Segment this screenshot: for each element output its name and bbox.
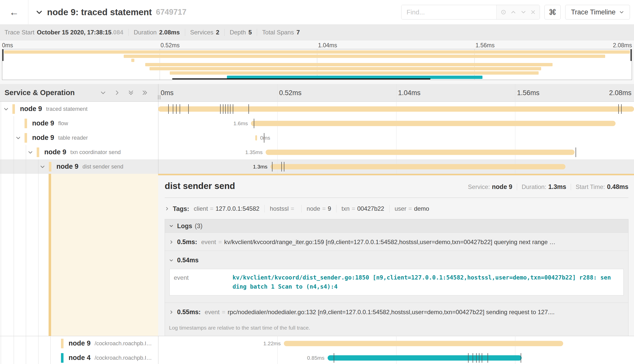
clear-find-icon[interactable] xyxy=(530,9,536,15)
span-row[interactable]: node 9flow1.6ms xyxy=(0,116,634,131)
log-marker-tick xyxy=(272,162,272,172)
service-name: node 4 xyxy=(69,354,91,362)
operation-name: txn coordinator send xyxy=(70,149,121,156)
minimap-axis-tick: 1.56ms xyxy=(476,42,495,49)
log-timestamp: 0.5ms: xyxy=(177,238,197,246)
tag-item[interactable]: user=demo xyxy=(395,205,429,212)
span-row-timeline-cell[interactable]: 1.6ms xyxy=(158,116,634,131)
span-row-tree-cell[interactable]: node 9txn coordinator send xyxy=(0,145,158,159)
span-row-tree-cell[interactable]: node 9table reader xyxy=(0,131,158,145)
chevron-down-icon[interactable] xyxy=(35,8,43,16)
log-entry[interactable]: 0.5ms:event=kv/kvclient/kvcoord/range_it… xyxy=(165,232,628,251)
log-entry-line[interactable]: 0.55ms:event=rpc/nodedialer/nodedialer.g… xyxy=(169,308,624,316)
span-row-tree-cell[interactable]: node 9dist sender send xyxy=(0,159,158,174)
span-duration-label: 1.35ms xyxy=(245,149,266,155)
span-row[interactable]: node 9table reader0ms xyxy=(0,131,634,145)
timeline-axis-tick: 0.52ms xyxy=(279,89,302,97)
span-duration-bar[interactable] xyxy=(328,355,522,360)
collapse-all-icon[interactable] xyxy=(100,90,106,96)
expand-all-icon[interactable] xyxy=(128,90,134,96)
chevron-down-icon[interactable] xyxy=(3,106,9,112)
span-row-timeline-cell[interactable]: 1.35ms xyxy=(158,145,634,159)
keyboard-shortcuts-button[interactable]: ⌘ xyxy=(544,5,561,19)
expand-one-icon[interactable] xyxy=(114,90,120,96)
span-row[interactable]: node 4/cockroach.roachpb.I…0.85ms xyxy=(0,351,634,364)
prev-match-icon[interactable] xyxy=(510,9,517,15)
span-duration-bar[interactable] xyxy=(255,135,257,140)
log-entry-line[interactable]: 0.54ms xyxy=(169,256,624,264)
log-marker-tick xyxy=(521,353,521,363)
minimap-right-handle[interactable] xyxy=(630,49,632,61)
span-duration-bar[interactable] xyxy=(266,149,575,155)
meta-separator xyxy=(571,184,571,190)
span-duration-bar[interactable] xyxy=(158,106,634,112)
span-row[interactable]: node 9traced statement xyxy=(0,102,634,116)
expanded-span-backdrop xyxy=(51,174,158,336)
minimap-canvas[interactable] xyxy=(2,49,632,80)
trace-title-group[interactable]: node 9: traced statement 6749717 xyxy=(35,7,186,17)
find-input[interactable] xyxy=(401,5,496,19)
back-button[interactable]: ← xyxy=(0,0,28,24)
trace-id: 6749717 xyxy=(156,8,186,17)
tag-key: client xyxy=(194,205,208,212)
tag-item[interactable]: hostssl= xyxy=(270,205,296,212)
chevron-down-icon[interactable] xyxy=(40,164,45,169)
log-entry[interactable]: 0.54mseventkv/kvclient/kvcoord/dist_send… xyxy=(165,251,628,303)
stat-value: 2 xyxy=(216,29,219,36)
collapse-one-icon[interactable] xyxy=(142,90,148,96)
span-row[interactable]: node 9/cockroach.roachpb.I…1.22ms xyxy=(0,336,634,351)
span-row[interactable]: node 9txn coordinator send1.35ms xyxy=(0,145,634,159)
tag-item[interactable]: txn=00427b22 xyxy=(342,205,384,212)
log-field-equals: = xyxy=(218,239,222,246)
span-row-timeline-cell[interactable] xyxy=(158,102,634,116)
trace-view-label: Trace Timeline xyxy=(571,8,616,16)
span-row-timeline-cell[interactable]: 1.3ms xyxy=(158,159,634,174)
chevron-right-icon[interactable] xyxy=(165,206,169,211)
stat-item: Duration2.08ms xyxy=(134,29,180,36)
trace-view-dropdown[interactable]: Trace Timeline xyxy=(565,5,630,19)
span-color-bar xyxy=(61,353,64,363)
service-name: node 9 xyxy=(69,339,91,347)
tag-key: txn xyxy=(342,205,350,212)
span-duration-bar[interactable] xyxy=(284,341,563,346)
log-marker-tick xyxy=(482,353,482,363)
span-row-tree-cell[interactable]: node 9traced statement xyxy=(0,102,158,116)
tag-item[interactable]: client=127.0.0.1:54582 xyxy=(194,205,260,212)
span-duration-label: 0.85ms xyxy=(307,355,328,361)
meta-value: node 9 xyxy=(492,183,512,190)
span-detail-header: dist sender send Service:node 9Duration:… xyxy=(165,181,628,191)
next-match-icon[interactable] xyxy=(520,9,527,15)
minimap-scrollbar-thumb[interactable] xyxy=(172,78,430,79)
service-name: node 9 xyxy=(32,134,54,142)
span-row-tree-cell[interactable]: node 4/cockroach.roachpb.I… xyxy=(0,351,158,364)
operation-name: flow xyxy=(58,120,68,127)
chevron-right-icon[interactable] xyxy=(169,240,174,244)
chevron-down-icon[interactable] xyxy=(169,258,174,263)
span-duration-label: 1.6ms xyxy=(234,120,251,126)
tag-item[interactable]: node=9 xyxy=(307,205,331,212)
log-entry[interactable]: 0.55ms:event=rpc/nodedialer/nodedialer.g… xyxy=(165,303,628,321)
span-row-tree-cell[interactable]: node 9/cockroach.roachpb.I… xyxy=(0,336,158,351)
span-row-timeline-cell[interactable]: 1.22ms xyxy=(158,336,634,351)
span-row-timeline-cell[interactable]: 0.85ms xyxy=(158,351,634,364)
logs-header[interactable]: Logs (3) xyxy=(165,219,628,232)
span-color-bar xyxy=(12,104,15,114)
span-row-tree-cell[interactable]: node 9flow xyxy=(0,116,158,131)
minimap-left-handle[interactable] xyxy=(2,49,4,61)
span-row-timeline-cell[interactable]: 0ms xyxy=(158,131,634,145)
log-entry-line[interactable]: 0.5ms:event=kv/kvclient/kvcoord/range_it… xyxy=(169,238,624,246)
stat-label: Depth xyxy=(230,29,246,36)
tag-equals: = xyxy=(408,205,412,212)
minimap-span-bar xyxy=(131,59,134,62)
focus-target-icon[interactable] xyxy=(500,9,507,15)
span-duration-bar[interactable] xyxy=(251,121,616,126)
span-row[interactable]: node 9dist sender send1.3ms xyxy=(0,159,634,174)
chevron-right-icon[interactable] xyxy=(169,310,174,314)
tags-row[interactable]: Tags: client=127.0.0.1:54582hostssl=node… xyxy=(165,203,628,214)
span-duration-bar[interactable] xyxy=(270,164,565,169)
log-field-value: rpc/nodedialer/nodedialer.go:132 [n9,cli… xyxy=(228,309,555,316)
column-resizer-grip[interactable] xyxy=(158,95,160,99)
chevron-down-icon[interactable] xyxy=(15,135,21,141)
chevron-down-icon[interactable] xyxy=(28,149,33,155)
log-kv-table: eventkv/kvclient/kvcoord/dist_sender.go:… xyxy=(170,269,624,295)
